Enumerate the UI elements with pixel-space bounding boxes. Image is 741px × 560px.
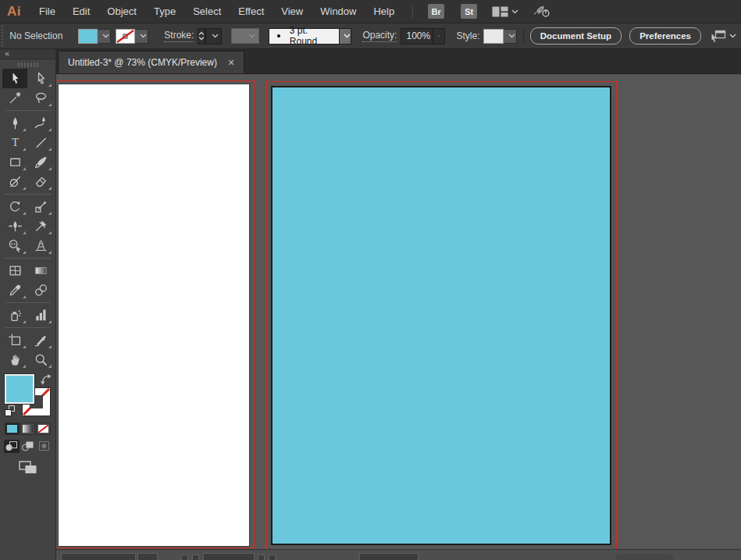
- stroke-color-control[interactable]: [116, 29, 148, 44]
- draw-behind-button[interactable]: [20, 440, 36, 453]
- stroke-weight-stepper[interactable]: [198, 28, 205, 45]
- magic-wand-tool[interactable]: [2, 88, 27, 108]
- menu-help[interactable]: Help: [365, 5, 403, 17]
- type-tool[interactable]: T: [2, 133, 27, 152]
- previous-artboard-button[interactable]: [192, 555, 199, 560]
- paintbrush-tool[interactable]: [28, 152, 53, 172]
- canvas-area[interactable]: [56, 74, 741, 549]
- none-button[interactable]: [36, 423, 51, 435]
- chevron-down-icon: [344, 34, 351, 38]
- horizontal-scrollbar-thumb[interactable]: [615, 554, 673, 560]
- brush-preset-value[interactable]: 3 pt. Round: [269, 28, 339, 45]
- status-display-dropdown[interactable]: [359, 553, 419, 560]
- drawing-mode-buttons: [0, 440, 55, 453]
- toolbar-separator: [5, 194, 51, 194]
- toolbar-separator: [5, 110, 51, 111]
- rotate-tool[interactable]: [2, 197, 27, 216]
- artboard-navigation-field[interactable]: [203, 553, 255, 560]
- chevron-down-icon: [511, 9, 518, 14]
- stroke-weight-label[interactable]: Stroke:: [164, 30, 194, 42]
- last-artboard-button[interactable]: [269, 555, 276, 560]
- menu-edit[interactable]: Edit: [64, 5, 98, 17]
- symbol-sprayer-tool[interactable]: [2, 305, 27, 325]
- opacity-label[interactable]: Opacity:: [362, 30, 397, 42]
- opacity-input[interactable]: 100%: [401, 28, 433, 45]
- preferences-button[interactable]: Preferences: [629, 27, 701, 45]
- first-artboard-button[interactable]: [181, 555, 188, 560]
- scale-tool[interactable]: [28, 197, 53, 216]
- direct-selection-tool[interactable]: [28, 69, 53, 88]
- rectangle-tool[interactable]: [2, 152, 27, 172]
- tab-close-icon[interactable]: ×: [228, 57, 234, 68]
- chevron-down-icon: [102, 34, 109, 38]
- default-fill-stroke-icon[interactable]: [5, 405, 17, 418]
- style-swatch[interactable]: [483, 29, 504, 44]
- menu-select[interactable]: Select: [184, 5, 230, 17]
- line-segment-tool[interactable]: [28, 133, 53, 152]
- stroke-color-dropdown: [135, 29, 148, 44]
- stroke-weight-dropdown[interactable]: [205, 28, 222, 45]
- width-tool[interactable]: [2, 216, 27, 236]
- menu-object[interactable]: Object: [98, 5, 145, 17]
- next-artboard-button[interactable]: [258, 555, 265, 560]
- brush-definition-control[interactable]: 3 pt. Round: [269, 28, 351, 45]
- fill-indicator[interactable]: [5, 374, 34, 404]
- menu-window[interactable]: Window: [312, 5, 365, 17]
- opacity-expand-button[interactable]: [433, 28, 445, 45]
- document-setup-button[interactable]: Document Setup: [530, 27, 622, 45]
- style-label[interactable]: Style:: [456, 30, 479, 41]
- column-graph-tool[interactable]: [28, 305, 53, 325]
- color-button[interactable]: [5, 423, 20, 435]
- gradient-button[interactable]: [20, 423, 35, 435]
- pen-tool[interactable]: [2, 113, 27, 133]
- draw-normal-button[interactable]: [4, 440, 20, 453]
- screen-mode-button[interactable]: [19, 461, 37, 477]
- workspace-switcher-icon[interactable]: [492, 6, 518, 17]
- zoom-dropdown-button[interactable]: [137, 553, 158, 560]
- gpu-performance-icon[interactable]: [531, 5, 551, 18]
- shape-builder-tool[interactable]: [2, 236, 27, 255]
- style-control[interactable]: [483, 29, 517, 44]
- menubar-divider: [412, 5, 413, 18]
- fill-color-swatch[interactable]: [78, 29, 98, 44]
- bridge-button[interactable]: Br: [428, 4, 444, 19]
- eyedropper-tool[interactable]: [2, 280, 27, 300]
- mesh-tool[interactable]: [2, 261, 27, 280]
- shaper-tool[interactable]: [2, 172, 27, 191]
- zoom-level-field[interactable]: [61, 553, 136, 560]
- brush-preview-dot: [277, 34, 280, 37]
- document-tab[interactable]: Untitled-3* @ 73% (CMYK/Preview) ×: [58, 51, 244, 73]
- toolbar-collapse-button[interactable]: «: [0, 49, 55, 59]
- eraser-tool[interactable]: [28, 172, 53, 191]
- control-panel-menu-icon[interactable]: [711, 30, 736, 43]
- menu-list: FileEditObjectTypeSelectEffectViewWindow…: [30, 5, 403, 17]
- artboard-right-blue-rectangle[interactable]: [271, 86, 611, 545]
- tools-panel: « T: [0, 49, 56, 560]
- menu-file[interactable]: File: [30, 5, 64, 17]
- lasso-tool[interactable]: [28, 88, 53, 108]
- panel-grip[interactable]: [2, 26, 3, 46]
- fill-color-control[interactable]: [78, 29, 111, 44]
- blend-tool[interactable]: [28, 280, 53, 300]
- hand-tool[interactable]: [2, 350, 27, 369]
- toolbar-grip[interactable]: [18, 62, 38, 67]
- chevron-down-icon: [508, 34, 515, 38]
- selection-tool[interactable]: [2, 69, 27, 88]
- gradient-tool[interactable]: [28, 261, 53, 280]
- curvature-tool[interactable]: [28, 113, 53, 133]
- zoom-tool[interactable]: [28, 350, 53, 369]
- stock-button[interactable]: St: [461, 4, 477, 19]
- draw-inside-button[interactable]: [37, 440, 52, 453]
- menu-view[interactable]: View: [273, 5, 312, 17]
- perspective-grid-tool[interactable]: [28, 236, 53, 255]
- toolbar-separator: [5, 258, 51, 259]
- swap-fill-stroke-icon[interactable]: [41, 374, 52, 388]
- stroke-none-swatch[interactable]: [116, 29, 135, 44]
- menu-effect[interactable]: Effect: [230, 5, 273, 17]
- artboard-left[interactable]: [58, 84, 250, 547]
- artboard-tool[interactable]: [2, 330, 27, 350]
- puppet-warp-tool[interactable]: [28, 216, 53, 236]
- document-tab-title: Untitled-3* @ 73% (CMYK/Preview): [68, 57, 217, 68]
- menu-type[interactable]: Type: [145, 5, 184, 17]
- slice-tool[interactable]: [28, 330, 53, 350]
